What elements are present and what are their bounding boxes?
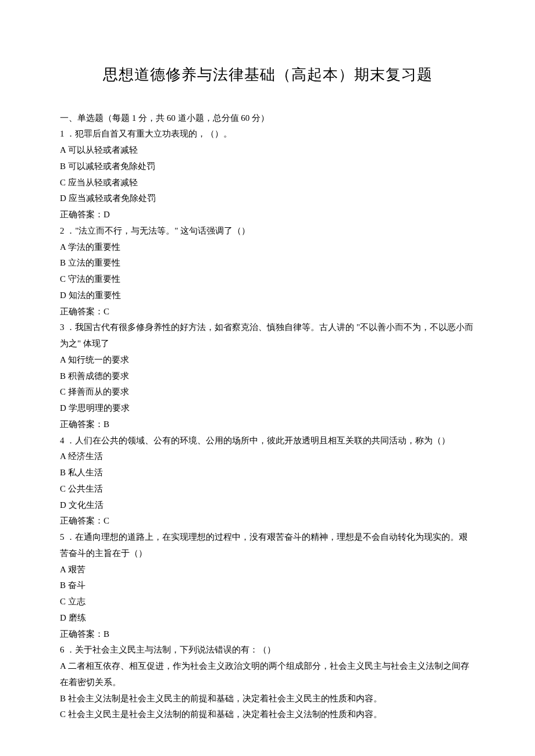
option-d: D 磨练: [60, 610, 475, 626]
question-text: ．"法立而不行，与无法等。" 这句话强调了（）: [66, 226, 250, 235]
section-header: 一、单选题（每题 1 分，共 60 道小题，总分值 60 分）: [60, 110, 475, 127]
question-stem: 5 ．在通向理想的道路上，在实现理想的过程中，没有艰苦奋斗的精神，理想是不会自动…: [60, 529, 475, 562]
option-d: D 知法的重要性: [60, 288, 475, 304]
option-c: C 立志: [60, 594, 475, 610]
question-text: ．关于社会主义民主与法制，下列说法错误的有：（）: [66, 645, 276, 654]
option-a: A 可以从轻或者减轻: [60, 142, 475, 159]
question-number: 1: [60, 129, 65, 138]
option-b: B 奋斗: [60, 578, 475, 594]
option-a: A 二者相互依存、相互促进，作为社会主义政治文明的两个组成部分，社会主义民主与社…: [60, 658, 475, 691]
question-text: ．人们在公共的领域、公有的环境、公用的场所中，彼此开放透明且相互关联的共同活动，…: [66, 436, 450, 445]
question-stem: 2 ．"法立而不行，与无法等。" 这句话强调了（）: [60, 223, 475, 239]
option-d: D 文化生活: [60, 497, 475, 514]
option-b: B 可以减轻或者免除处罚: [60, 159, 475, 175]
option-a: A 知行统一的要求: [60, 352, 475, 368]
option-c: C 守法的重要性: [60, 271, 475, 288]
option-a: A 经济生活: [60, 449, 475, 465]
question-text: ．我国古代有很多修身养性的好方法，如省察克治、慎独自律等。古人讲的 "不以善小而…: [60, 323, 473, 348]
question-number: 2: [60, 226, 65, 235]
question-stem: 3 ．我国古代有很多修身养性的好方法，如省察克治、慎独自律等。古人讲的 "不以善…: [60, 320, 475, 352]
correct-answer: 正确答案：C: [60, 513, 475, 529]
option-a: A 艰苦: [60, 562, 475, 578]
correct-answer: 正确答案：D: [60, 207, 475, 223]
option-d: D 应当减轻或者免除处罚: [60, 191, 475, 207]
option-b: B 社会主义法制是社会主义民主的前提和基础，决定着社会主义民主的性质和内容。: [60, 691, 475, 707]
correct-answer: 正确答案：B: [60, 417, 475, 433]
option-d: D 学思明理的要求: [60, 400, 475, 417]
question-number: 4: [60, 436, 65, 445]
page-title: 思想道德修养与法律基础（高起本）期末复习题: [60, 61, 475, 89]
option-c: C 社会主义民主是社会主义法制的前提和基础，决定着社会主义法制的性质和内容。: [60, 707, 475, 723]
correct-answer: 正确答案：C: [60, 304, 475, 320]
question-stem: 6 ．关于社会主义民主与法制，下列说法错误的有：（）: [60, 642, 475, 658]
correct-answer: 正确答案：B: [60, 626, 475, 643]
option-b: B 立法的重要性: [60, 255, 475, 271]
question-text: ．犯罪后自首又有重大立功表现的，（）。: [66, 129, 232, 138]
option-c: C 择善而从的要求: [60, 384, 475, 400]
option-c: C 应当从轻或者减轻: [60, 175, 475, 191]
option-b: B 积善成德的要求: [60, 368, 475, 385]
option-a: A 学法的重要性: [60, 239, 475, 256]
question-text: ．在通向理想的道路上，在实现理想的过程中，没有艰苦奋斗的精神，理想是不会自动转化…: [60, 532, 468, 558]
option-c: C 公共生活: [60, 481, 475, 497]
question-stem: 1 ．犯罪后自首又有重大立功表现的，（）。: [60, 126, 475, 142]
option-b: B 私人生活: [60, 465, 475, 481]
question-number: 5: [60, 532, 65, 542]
question-number: 6: [60, 645, 65, 654]
question-number: 3: [60, 323, 65, 332]
question-stem: 4 ．人们在公共的领域、公有的环境、公用的场所中，彼此开放透明且相互关联的共同活…: [60, 433, 475, 449]
